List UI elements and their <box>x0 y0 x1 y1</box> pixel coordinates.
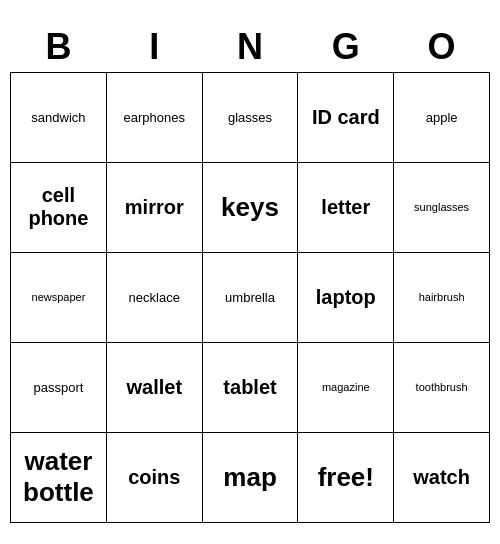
bingo-cell-3-3: magazine <box>298 342 394 432</box>
bingo-cell-2-2: umbrella <box>202 252 298 342</box>
bingo-cell-0-1: earphones <box>106 72 202 162</box>
bingo-cell-0-0: sandwich <box>11 72 107 162</box>
bingo-cell-4-4: watch <box>394 432 490 522</box>
bingo-cell-1-0: cell phone <box>11 162 107 252</box>
bingo-row-4: water bottlecoinsmapfree!watch <box>11 432 490 522</box>
bingo-cell-4-1: coins <box>106 432 202 522</box>
header-letter-i: I <box>106 22 202 73</box>
header-letter-b: B <box>11 22 107 73</box>
bingo-row-2: newspapernecklaceumbrellalaptophairbrush <box>11 252 490 342</box>
bingo-cell-3-2: tablet <box>202 342 298 432</box>
bingo-cell-4-0: water bottle <box>11 432 107 522</box>
bingo-cell-0-2: glasses <box>202 72 298 162</box>
bingo-cell-2-0: newspaper <box>11 252 107 342</box>
bingo-row-3: passportwallettabletmagazinetoothbrush <box>11 342 490 432</box>
bingo-row-0: sandwichearphonesglassesID cardapple <box>11 72 490 162</box>
bingo-cell-0-3: ID card <box>298 72 394 162</box>
bingo-cell-1-4: sunglasses <box>394 162 490 252</box>
bingo-cell-1-1: mirror <box>106 162 202 252</box>
bingo-cell-0-4: apple <box>394 72 490 162</box>
bingo-cell-3-0: passport <box>11 342 107 432</box>
bingo-cell-3-1: wallet <box>106 342 202 432</box>
header-letter-n: N <box>202 22 298 73</box>
bingo-cell-1-2: keys <box>202 162 298 252</box>
header-letter-g: G <box>298 22 394 73</box>
header-letter-o: O <box>394 22 490 73</box>
bingo-cell-2-3: laptop <box>298 252 394 342</box>
bingo-cell-3-4: toothbrush <box>394 342 490 432</box>
bingo-row-1: cell phonemirrorkeyslettersunglasses <box>11 162 490 252</box>
bingo-cell-4-3: free! <box>298 432 394 522</box>
bingo-cell-1-3: letter <box>298 162 394 252</box>
bingo-cell-2-1: necklace <box>106 252 202 342</box>
header-row: BINGO <box>11 22 490 73</box>
bingo-card: BINGO sandwichearphonesglassesID cardapp… <box>10 22 490 523</box>
bingo-cell-2-4: hairbrush <box>394 252 490 342</box>
bingo-cell-4-2: map <box>202 432 298 522</box>
